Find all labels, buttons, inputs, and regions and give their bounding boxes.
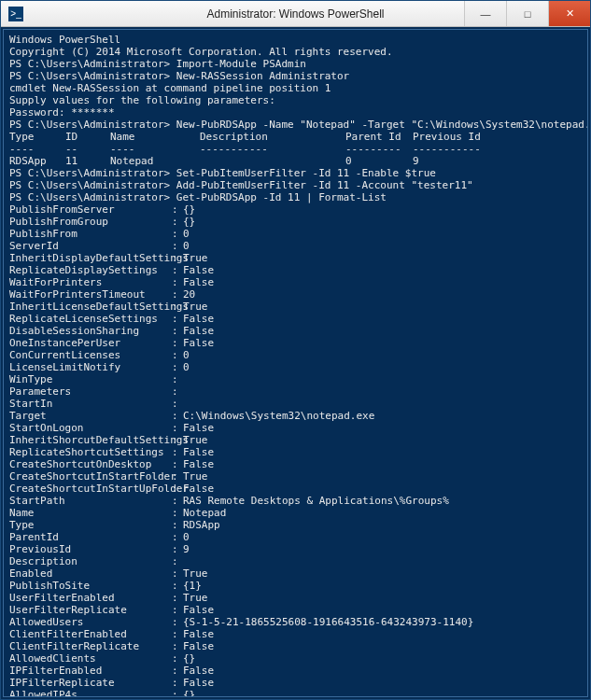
powershell-window: >_ Administrator: Windows PowerShell — □… bbox=[0, 0, 591, 700]
close-button[interactable]: ✕ bbox=[548, 1, 590, 26]
powershell-icon: >_ bbox=[8, 7, 23, 21]
console-output[interactable]: Windows PowerShellCopyright (C) 2014 Mic… bbox=[3, 29, 588, 697]
minimize-button[interactable]: — bbox=[464, 1, 506, 26]
maximize-button[interactable]: □ bbox=[506, 1, 548, 26]
window-controls: — □ ✕ bbox=[464, 1, 590, 26]
titlebar[interactable]: >_ Administrator: Windows PowerShell — □… bbox=[1, 1, 590, 27]
